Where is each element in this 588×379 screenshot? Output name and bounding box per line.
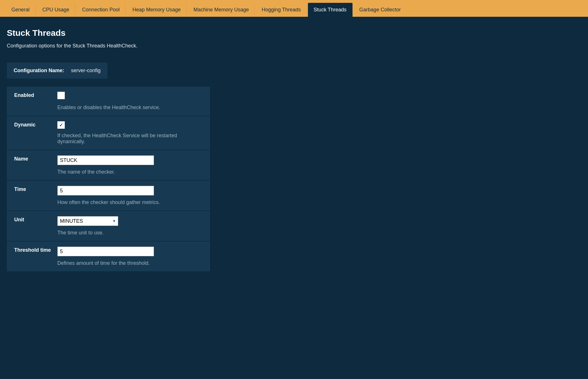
time-label: Time <box>14 186 57 192</box>
dynamic-label: Dynamic <box>14 121 57 128</box>
row-unit: Unit ▼ The time unit to use. <box>7 211 210 241</box>
tab-bar: General CPU Usage Connection Pool Heap M… <box>0 0 588 17</box>
tab-hogging-threads[interactable]: Hogging Threads <box>256 3 307 17</box>
row-threshold-time: Threshold time Defines amount of time fo… <box>7 241 210 272</box>
tab-cpu-usage[interactable]: CPU Usage <box>37 3 75 17</box>
enabled-help: Enables or disables the HealthCheck serv… <box>57 105 203 111</box>
time-input[interactable] <box>57 186 154 195</box>
dynamic-checkbox[interactable]: ✓ <box>57 121 65 129</box>
unit-help: The time unit to use. <box>57 230 203 236</box>
name-input[interactable] <box>57 155 154 165</box>
enabled-checkbox[interactable] <box>57 92 65 99</box>
content-area: Stuck Threads Configuration options for … <box>0 17 588 279</box>
threshold-time-input[interactable] <box>57 247 154 256</box>
row-enabled: Enabled Enables or disables the HealthCh… <box>7 87 210 116</box>
page-subtitle: Configuration options for the Stuck Thre… <box>7 43 581 49</box>
dynamic-help: If checked, the HealthCheck Service will… <box>57 133 203 145</box>
tab-heap-memory-usage[interactable]: Heap Memory Usage <box>127 3 187 17</box>
threshold-time-label: Threshold time <box>14 247 57 253</box>
row-name: Name The name of the checker. <box>7 150 210 181</box>
name-label: Name <box>14 155 57 162</box>
row-time: Time How often the checker should gather… <box>7 181 210 211</box>
unit-label: Unit <box>14 216 57 223</box>
config-name-value: server-config <box>71 68 101 74</box>
config-name-box: Configuration Name: server-config <box>7 63 107 79</box>
threshold-time-help: Defines amount of time for the threshold… <box>57 260 203 266</box>
row-dynamic: Dynamic ✓ If checked, the HealthCheck Se… <box>7 116 210 150</box>
config-name-label: Configuration Name: <box>14 68 64 74</box>
tab-general[interactable]: General <box>6 3 36 17</box>
unit-select[interactable] <box>57 216 118 226</box>
name-help: The name of the checker. <box>57 169 203 175</box>
page-title: Stuck Threads <box>7 28 581 38</box>
tab-connection-pool[interactable]: Connection Pool <box>76 3 126 17</box>
tab-machine-memory-usage[interactable]: Machine Memory Usage <box>188 3 255 17</box>
time-help: How often the checker should gather metr… <box>57 199 203 205</box>
tab-garbage-collector[interactable]: Garbage Collector <box>354 3 406 17</box>
form-table: Enabled Enables or disables the HealthCh… <box>7 87 210 272</box>
enabled-label: Enabled <box>14 92 57 98</box>
tab-stuck-threads[interactable]: Stuck Threads <box>308 3 353 17</box>
